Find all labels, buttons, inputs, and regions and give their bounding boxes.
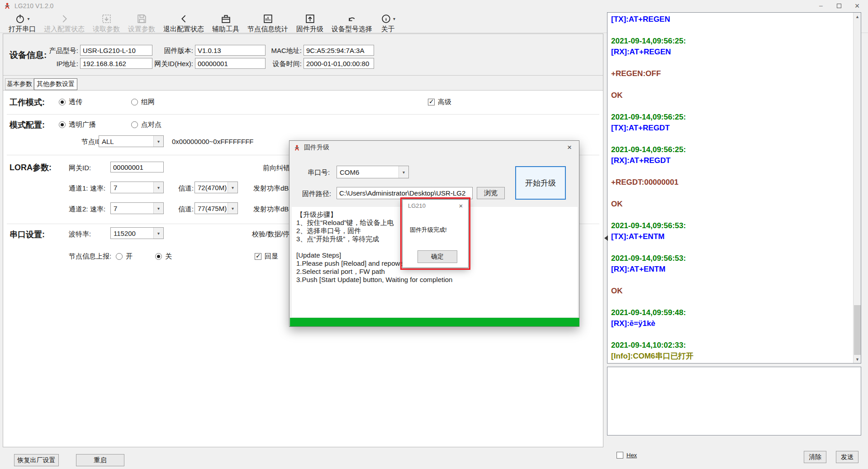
factory-reset-button[interactable]: 恢复出厂设置 <box>14 454 59 466</box>
tab-other-params[interactable]: 其他参数设置 <box>34 78 77 90</box>
scroll-down-button[interactable] <box>854 355 861 363</box>
close-button[interactable] <box>848 0 866 12</box>
start-upgrade-button[interactable]: 开始升级 <box>515 166 566 200</box>
log-line <box>611 210 852 220</box>
radio-label: 组网 <box>141 98 155 106</box>
checkbox-echo[interactable]: 回显 <box>255 252 278 261</box>
chevron-down-icon <box>398 166 408 178</box>
log-line: [RX]:AT+ENTM <box>611 264 852 275</box>
com-port-select[interactable]: COM6 <box>337 166 409 178</box>
firmware-version-input[interactable] <box>195 45 266 56</box>
dialog-close-button[interactable] <box>560 141 579 154</box>
scroll-thumb[interactable] <box>854 305 861 355</box>
toolbar-item-firmware-upgrade[interactable]: 固件升级 <box>292 13 327 34</box>
radio-transparent[interactable]: 透传 <box>59 98 82 106</box>
log-line: 2021-09-14,09:56:25: <box>611 36 852 47</box>
channel1-select[interactable]: 72(470M) <box>194 182 238 193</box>
toolbar-item-open-serial[interactable]: 打开串口 <box>5 13 40 34</box>
hex-checkbox[interactable]: Hex <box>617 452 637 459</box>
toolbar-item-node-stats[interactable]: 节点信息统计 <box>243 13 292 34</box>
product-model-input[interactable] <box>80 45 152 56</box>
toolbar-label: 辅助工具 <box>212 25 239 34</box>
channel1-label: 通道1: <box>69 184 88 193</box>
channel2-select[interactable]: 77(475M) <box>194 202 238 214</box>
clear-button[interactable]: 清除 <box>804 451 826 463</box>
log-line: [RX]:AT+REGDT <box>611 155 852 166</box>
toolbar-item-aux-tools[interactable]: 辅助工具 <box>208 13 243 34</box>
checkbox-label: 高级 <box>438 98 451 106</box>
log-line: OK <box>611 90 852 101</box>
radio-network[interactable]: 组网 <box>131 98 155 106</box>
node-id-select[interactable]: ALL <box>99 135 164 147</box>
lora-gateway-id-input[interactable] <box>110 162 164 172</box>
radio-report-on[interactable]: 开 <box>116 252 133 261</box>
rate2-select[interactable]: 7 <box>110 202 164 214</box>
firmware-path-input[interactable] <box>337 187 473 199</box>
log-line <box>611 79 852 90</box>
upload-icon <box>304 13 316 24</box>
chart-icon <box>262 13 274 24</box>
gateway-id-input[interactable] <box>195 58 266 69</box>
baud-value: 115200 <box>111 228 153 239</box>
baud-select[interactable]: 115200 <box>110 227 164 239</box>
log-line <box>611 57 852 68</box>
ok-button[interactable]: 确定 <box>417 250 457 263</box>
device-time-input[interactable] <box>304 58 374 69</box>
toolbar-item-read-params[interactable]: 读取参数 <box>89 13 124 34</box>
toolbar-item-about[interactable]: 关于 <box>376 13 399 34</box>
toolbar-item-set-params[interactable]: 设置参数 <box>124 13 159 34</box>
radio-report-off[interactable]: 关 <box>155 252 172 261</box>
toolbar-item-enter-config[interactable]: 进入配置状态 <box>40 13 89 34</box>
checkbox-label: 回显 <box>265 252 278 261</box>
info-icon <box>380 13 392 24</box>
rate1-select[interactable]: 7 <box>110 182 164 193</box>
mac-address-input[interactable] <box>304 45 374 56</box>
titlebar[interactable]: LG210 V1.2.0 <box>0 0 868 12</box>
checkbox-icon <box>428 99 435 105</box>
checkbox-icon <box>255 253 261 260</box>
log-line <box>611 134 852 144</box>
log-line: 2021-09-14,10:02:33: <box>611 340 852 351</box>
radio-label: 关 <box>165 252 172 261</box>
maximize-button[interactable] <box>830 0 848 12</box>
node-id-value: ALL <box>99 136 153 147</box>
ip-address-label: IP地址: <box>42 60 78 68</box>
log-line <box>611 275 852 286</box>
log-line: [Info]:COM6串口已打开 <box>611 351 852 362</box>
log-scrollbar[interactable] <box>853 13 861 363</box>
toolbar-label: 固件升级 <box>296 25 323 34</box>
radio-label: 点对点 <box>141 120 161 129</box>
message-box: LG210 固件升级完成! 确定 <box>402 199 469 268</box>
firmware-path-label: 固件路径: <box>302 190 331 198</box>
msgbox-close-button[interactable] <box>454 200 468 211</box>
instruction-line: 3.Push [Start Update] button, Waiting fo… <box>296 276 573 284</box>
gateway-id-label: 网关ID(Hex): <box>152 60 193 68</box>
rate-label: 速率: <box>90 205 105 214</box>
toolbar-label: 打开串口 <box>9 25 36 34</box>
toolbar-item-model-select[interactable]: 设备型号选择 <box>327 13 376 34</box>
radio-broadcast[interactable]: 透明广播 <box>59 120 96 129</box>
restart-button[interactable]: 重启 <box>76 454 124 466</box>
node-id-range: 0x00000000~0xFFFFFFFF <box>172 138 253 145</box>
send-button[interactable]: 发送 <box>836 451 859 463</box>
browse-button[interactable]: 浏览 <box>477 187 505 199</box>
radio-p2p[interactable]: 点对点 <box>131 120 161 129</box>
scroll-up-button[interactable] <box>854 13 861 20</box>
log-panel[interactable]: [TX]:AT+REGEN 2021-09-14,09:56:25:[RX]:A… <box>607 12 861 364</box>
log-line: [RX]:ē=ÿ1kè <box>611 318 852 329</box>
device-info-section: 设备信息: 产品型号: 固件版本: MAC地址: IP地址: 网关ID(Hex)… <box>3 34 603 76</box>
splitter-arrow-icon[interactable] <box>604 235 608 241</box>
send-input[interactable] <box>607 367 861 436</box>
toolbar-item-exit-config[interactable]: 退出配置状态 <box>159 13 208 34</box>
msgbox-titlebar[interactable]: LG210 <box>403 200 468 211</box>
checkbox-label: Hex <box>626 452 637 459</box>
dialog-titlebar[interactable]: 固件升级 <box>289 141 579 154</box>
device-time-label: 设备时间: <box>266 60 302 68</box>
ip-address-input[interactable] <box>80 58 152 69</box>
minimize-button[interactable] <box>812 0 830 12</box>
checkbox-advanced[interactable]: 高级 <box>428 98 451 106</box>
msgbox-text: 固件升级完成! <box>410 226 447 234</box>
tab-basic-params[interactable]: 基本参数 <box>5 78 34 90</box>
firmware-version-label: 固件版本: <box>152 47 193 55</box>
toolbox-icon <box>220 13 232 24</box>
